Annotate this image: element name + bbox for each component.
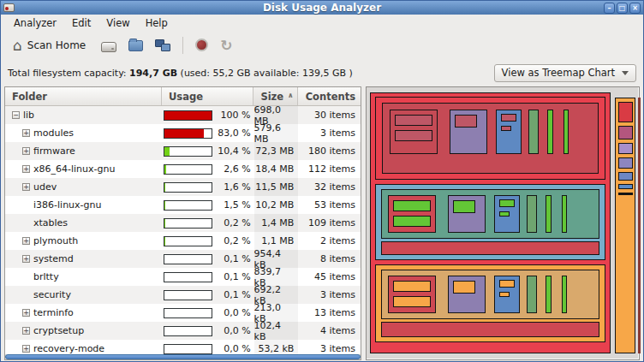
- folder-name[interactable]: plymouth: [33, 235, 78, 246]
- menubar: Analyzer Edit View Help: [1, 15, 643, 31]
- menu-edit[interactable]: Edit: [64, 15, 98, 31]
- usage-percent: 1,6 %: [224, 181, 250, 193]
- sort-ascending-icon: ∧: [288, 92, 294, 99]
- folder-name[interactable]: brltty: [33, 271, 59, 282]
- usage-percent: 0,0 %: [224, 343, 250, 354]
- close-button[interactable]: ×: [629, 3, 641, 14]
- treemap-rect-lib[interactable]: [370, 92, 611, 353]
- table-row[interactable]: xtables0,2 %1,4 MB109 items: [5, 214, 361, 232]
- horizontal-scrollbar[interactable]: [5, 354, 361, 359]
- usage-percent: 1,5 %: [224, 199, 250, 211]
- column-header-folder[interactable]: Folder: [5, 87, 162, 105]
- usage-percent: 0,1 %: [224, 289, 250, 300]
- capacity-detail: (used: 55,2 GB available: 139,5 GB ): [181, 68, 353, 79]
- treemap-chart[interactable]: [366, 86, 640, 360]
- folder-name[interactable]: xtables: [33, 217, 68, 228]
- usage-percent: 0,1 %: [224, 253, 250, 264]
- usage-bar: [164, 290, 212, 300]
- scrollbar-thumb[interactable]: [5, 354, 361, 359]
- column-header-usage[interactable]: Usage: [162, 87, 253, 105]
- size-value: 102,4 kB: [254, 322, 299, 340]
- table-row[interactable]: security0,1 %692,2 kB3 items: [5, 286, 361, 304]
- table-row[interactable]: +modules83,0 %579,6 MB3 items: [5, 124, 361, 142]
- refresh-button[interactable]: ↻: [220, 39, 232, 52]
- treemap-rect-thin-strip[interactable]: [638, 98, 641, 353]
- treemap-rect: [494, 195, 520, 233]
- table-row[interactable]: brltty0,1 %839,7 kB45 items: [5, 268, 361, 286]
- stop-button[interactable]: [195, 39, 208, 51]
- treemap-rect: [496, 110, 522, 154]
- toolbar-separator: [182, 37, 183, 54]
- treemap-rect: [390, 110, 438, 154]
- column-header-size[interactable]: Size ∧: [253, 87, 298, 105]
- contents-value: 2 items: [298, 232, 361, 250]
- expand-expander[interactable]: +: [22, 129, 30, 137]
- view-selector-label: View as Treemap Chart: [502, 67, 615, 79]
- folder-name[interactable]: security: [33, 289, 71, 300]
- treemap-rect-bottom-band[interactable]: [375, 264, 605, 342]
- usage-bar: [164, 182, 212, 193]
- table-row[interactable]: +plymouth0,2 %1,1 MB2 items: [5, 232, 361, 250]
- app-window: Disk Usage Analyzer – □ × Analyzer Edit …: [0, 0, 644, 362]
- refresh-icon: ↻: [220, 37, 232, 54]
- folder-name[interactable]: firmware: [33, 145, 75, 157]
- expand-expander[interactable]: +: [22, 309, 30, 317]
- expand-expander[interactable]: +: [22, 183, 30, 191]
- usage-percent: 0,1 %: [224, 271, 250, 282]
- expand-expander[interactable]: +: [22, 255, 30, 263]
- scan-filesystem-button[interactable]: [101, 42, 116, 52]
- expand-expander[interactable]: +: [22, 327, 30, 335]
- contents-value: 32 items: [298, 178, 361, 196]
- expand-expander[interactable]: +: [22, 147, 30, 155]
- treemap-rect-middle-band[interactable]: [375, 184, 605, 260]
- folder-name[interactable]: lib: [23, 110, 34, 121]
- treemap-rect: [381, 270, 599, 319]
- contents-value: 3 items: [298, 286, 361, 304]
- contents-value: 180 items: [298, 142, 361, 160]
- treemap-rect-right-column[interactable]: [615, 98, 635, 353]
- menu-help[interactable]: Help: [138, 15, 176, 31]
- treemap-swatch: [618, 157, 633, 169]
- main-area: Folder Usage Size ∧ Contents −lib100 %69…: [1, 86, 643, 361]
- folder-name[interactable]: systemd: [33, 253, 74, 264]
- table-row[interactable]: +systemd0,1 %954,4 kB8 items: [5, 250, 361, 268]
- expand-expander[interactable]: +: [22, 237, 30, 245]
- folder-name[interactable]: terminfo: [33, 307, 74, 318]
- folder-name[interactable]: cryptsetup: [33, 325, 84, 336]
- table-row[interactable]: −lib100 %698,0 MB30 items: [5, 106, 361, 124]
- table-row[interactable]: +udev1,6 %11,5 MB32 items: [5, 178, 361, 196]
- usage-bar: [164, 344, 212, 354]
- titlebar[interactable]: Disk Usage Analyzer – □ ×: [1, 1, 643, 15]
- usage-bar: [164, 326, 212, 336]
- expand-expander[interactable]: +: [22, 165, 30, 173]
- maximize-button[interactable]: □: [617, 3, 628, 14]
- contents-value: 3 items: [298, 340, 361, 354]
- minimize-button[interactable]: –: [604, 3, 615, 14]
- folder-name[interactable]: udev: [33, 181, 57, 193]
- column-header-contents[interactable]: Contents: [298, 87, 361, 105]
- table-row[interactable]: +cryptsetup0,0 %102,4 kB4 items: [5, 322, 361, 340]
- view-selector-dropdown[interactable]: View as Treemap Chart: [494, 64, 636, 82]
- size-value: 18,4 MB: [254, 160, 299, 178]
- table-row[interactable]: +x86_64-linux-gnu2,6 %18,4 MB112 items: [5, 160, 361, 178]
- menu-analyzer[interactable]: Analyzer: [6, 15, 64, 31]
- table-row[interactable]: i386-linux-gnu1,5 %10,2 MB53 items: [5, 196, 361, 214]
- table-row[interactable]: +firmware10,4 %72,3 MB180 items: [5, 142, 361, 160]
- folder-name[interactable]: x86_64-linux-gnu: [33, 163, 115, 175]
- folder-name[interactable]: modules: [33, 128, 74, 139]
- expand-expander[interactable]: +: [22, 345, 30, 353]
- folder-name[interactable]: recovery-mode: [33, 343, 104, 354]
- collapse-expander[interactable]: −: [12, 111, 20, 119]
- scan-remote-button[interactable]: [155, 39, 170, 51]
- scan-home-button[interactable]: ⌂ Scan Home: [9, 37, 89, 54]
- usage-bar: [164, 128, 212, 139]
- treemap-rect-top-band[interactable]: [375, 97, 605, 180]
- table-row[interactable]: +recovery-mode0,0 %53,2 kB3 items: [5, 340, 361, 354]
- scan-folder-button[interactable]: [128, 40, 143, 51]
- treemap-rect: [448, 276, 486, 313]
- table-row[interactable]: +terminfo0,0 %213,0 kB13 items: [5, 304, 361, 322]
- folder-name[interactable]: i386-linux-gnu: [33, 199, 101, 211]
- menu-view[interactable]: View: [98, 15, 137, 31]
- capacity-total: 194,7 GB: [129, 68, 177, 79]
- treemap-rect: [562, 195, 567, 233]
